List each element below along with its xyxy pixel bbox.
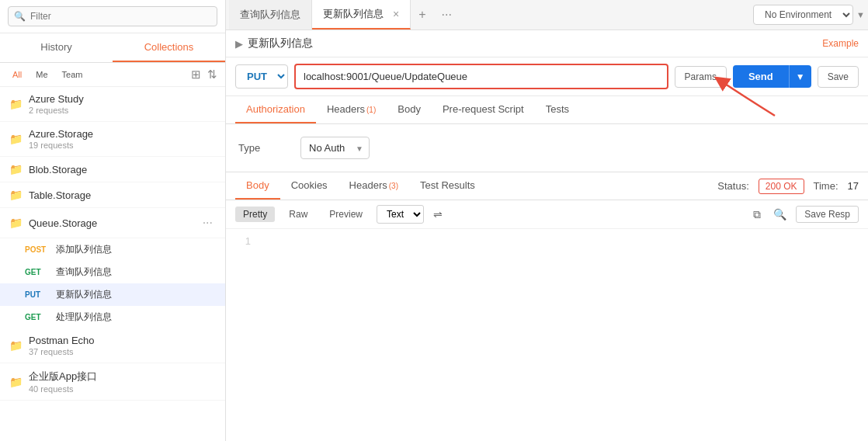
collection-name: Queue.Storage xyxy=(29,217,193,229)
fmt-preview-btn[interactable]: Preview xyxy=(321,207,370,222)
resp-tab-cookies[interactable]: Cookies xyxy=(280,172,339,200)
collection-name: Azure Study xyxy=(29,93,216,105)
save-button[interactable]: Save xyxy=(818,66,859,88)
time-value: 17 xyxy=(848,180,859,192)
method-get-badge: GET xyxy=(25,313,50,321)
auth-type-select[interactable]: No Auth xyxy=(300,137,370,159)
request-item-add-queue[interactable]: POST 添加队列信息 xyxy=(0,238,225,261)
collection-name: 企业版App接口 xyxy=(29,370,216,384)
resp-headers-badge: (3) xyxy=(389,182,398,190)
collection-item-blob-storage[interactable]: 📁 Blob.Storage xyxy=(0,157,225,182)
collection-folder-icon: 📁 xyxy=(9,133,23,145)
url-input-wrap xyxy=(294,64,668,89)
method-post-badge: POST xyxy=(25,245,50,254)
fmt-pretty-btn[interactable]: Pretty xyxy=(235,207,275,222)
request-item-query-queue[interactable]: GET 查询队列信息 xyxy=(0,261,225,283)
method-put-badge: PUT xyxy=(25,290,50,299)
resp-actions: ⧉ 🔍 Save Resp xyxy=(750,206,859,224)
collection-item-azure-storage[interactable]: 📁 Azure.Storage 19 requests xyxy=(0,122,225,157)
sidebar-tabs: History Collections xyxy=(0,33,225,63)
collection-sub: 19 requests xyxy=(29,141,216,150)
sidebar-search-section: 🔍 xyxy=(0,0,225,33)
send-button[interactable]: Send xyxy=(733,65,789,88)
sidebar-filter-bar: All Me Team ⊞ ⇅ xyxy=(0,63,225,87)
tab-query-queue[interactable]: 查询队列信息 xyxy=(229,0,312,30)
request-inner-tabs: Authorization Headers(1) Body Pre-reques… xyxy=(226,96,868,124)
environment-select[interactable]: No Environment xyxy=(753,5,853,25)
resp-format-bar: Pretty Raw Preview Text ⇌ ⧉ 🔍 Save Resp xyxy=(226,200,868,229)
new-collection-icon[interactable]: ⊞ xyxy=(191,68,201,82)
url-input[interactable] xyxy=(294,64,668,89)
resp-tab-body[interactable]: Body xyxy=(235,172,280,200)
new-tab-button[interactable]: + xyxy=(411,2,433,28)
example-link[interactable]: Example xyxy=(822,38,859,49)
auth-type-label: Type xyxy=(238,142,285,154)
fmt-raw-btn[interactable]: Raw xyxy=(281,207,315,222)
collection-name: Blob.Storage xyxy=(29,164,216,175)
send-dropdown-button[interactable]: ▼ xyxy=(789,65,811,88)
req-tab-prerequest[interactable]: Pre-request Script xyxy=(432,96,535,123)
response-area: Body Cookies Headers(3) Test Results Sta… xyxy=(226,172,868,441)
tab-label: 查询队列信息 xyxy=(240,8,300,22)
tab-history[interactable]: History xyxy=(0,33,113,62)
params-button[interactable]: Params xyxy=(675,66,727,88)
collection-item-enterprise-app[interactable]: 📁 企业版App接口 40 requests xyxy=(0,363,225,401)
status-label: Status: xyxy=(717,180,748,192)
filter-actions: ⊞ ⇅ xyxy=(191,68,217,82)
request-name: 更新队列信息 xyxy=(56,288,112,301)
resp-code xyxy=(259,235,859,435)
filter-all[interactable]: All xyxy=(8,68,26,81)
line-numbers: 1 xyxy=(235,235,259,435)
tab-close-icon[interactable]: × xyxy=(393,8,399,20)
collection-folder-icon: 📁 xyxy=(9,217,23,229)
env-selector: No Environment ▼ xyxy=(753,5,865,25)
req-tab-tests[interactable]: Tests xyxy=(535,96,580,123)
tab-update-queue[interactable]: 更新队列信息 × xyxy=(312,0,411,30)
request-item-update-queue[interactable]: PUT 更新队列信息 xyxy=(0,283,225,306)
collection-folder-icon: 📁 xyxy=(9,339,23,352)
method-select[interactable]: PUT xyxy=(235,64,288,89)
sort-icon[interactable]: ⇅ xyxy=(207,68,217,82)
collection-sub: 37 requests xyxy=(29,347,216,356)
collection-sub: 2 requests xyxy=(29,106,216,115)
status-value: 200 OK xyxy=(759,179,804,194)
collection-more-icon[interactable]: ··· xyxy=(200,214,216,231)
tab-collections[interactable]: Collections xyxy=(113,33,225,62)
resp-body: 1 xyxy=(226,229,868,441)
filter-input[interactable] xyxy=(8,6,217,26)
expand-icon[interactable]: ▶ xyxy=(235,38,243,50)
collection-name: Azure.Storage xyxy=(29,128,216,140)
fmt-type-select[interactable]: Text xyxy=(377,205,424,224)
env-dropdown-icon: ▼ xyxy=(856,10,865,19)
resp-tab-headers[interactable]: Headers(3) xyxy=(339,172,409,200)
sidebar: 🔍 History Collections All Me Team ⊞ ⇅ 📁 … xyxy=(0,0,226,441)
headers-badge: (1) xyxy=(366,106,376,114)
fmt-wrap-icon[interactable]: ⇌ xyxy=(430,206,446,223)
collection-name: Table.Storage xyxy=(29,189,216,201)
copy-icon[interactable]: ⧉ xyxy=(750,206,764,224)
auth-content: Type No Auth ▼ xyxy=(226,124,868,172)
req-tab-headers[interactable]: Headers(1) xyxy=(316,96,387,123)
sidebar-list: 📁 Azure Study 2 requests 📁 Azure.Storage… xyxy=(0,87,225,441)
more-tabs-icon[interactable]: ··· xyxy=(434,2,460,28)
collection-item-postman-echo[interactable]: 📁 Postman Echo 37 requests xyxy=(0,328,225,363)
request-item-handle-queue[interactable]: GET 处理队列信息 xyxy=(0,306,225,328)
request-tabs-bar: 查询队列信息 更新队列信息 × + ··· No Environment ▼ xyxy=(226,0,868,30)
collection-folder-icon: 📁 xyxy=(9,163,23,175)
req-tab-body[interactable]: Body xyxy=(387,96,432,123)
search-response-icon[interactable]: 🔍 xyxy=(770,206,790,223)
collection-item-table-storage[interactable]: 📁 Table.Storage xyxy=(0,182,225,208)
resp-status: Status: 200 OK Time: 17 xyxy=(717,179,859,194)
collection-item-queue-storage[interactable]: 📁 Queue.Storage ··· xyxy=(0,208,225,238)
collection-name: Postman Echo xyxy=(29,335,216,346)
send-button-group: Send ▼ xyxy=(733,65,811,88)
req-tab-authorization[interactable]: Authorization xyxy=(235,96,316,123)
save-response-btn[interactable]: Save Resp xyxy=(796,206,859,223)
time-label: Time: xyxy=(814,180,838,192)
response-tabs-bar: Body Cookies Headers(3) Test Results Sta… xyxy=(226,172,868,200)
collection-item-azure-study[interactable]: 📁 Azure Study 2 requests xyxy=(0,87,225,122)
filter-me[interactable]: Me xyxy=(31,68,52,81)
resp-tab-test-results[interactable]: Test Results xyxy=(409,172,486,200)
collection-folder-icon: 📁 xyxy=(9,98,23,110)
filter-team[interactable]: Team xyxy=(57,68,88,81)
